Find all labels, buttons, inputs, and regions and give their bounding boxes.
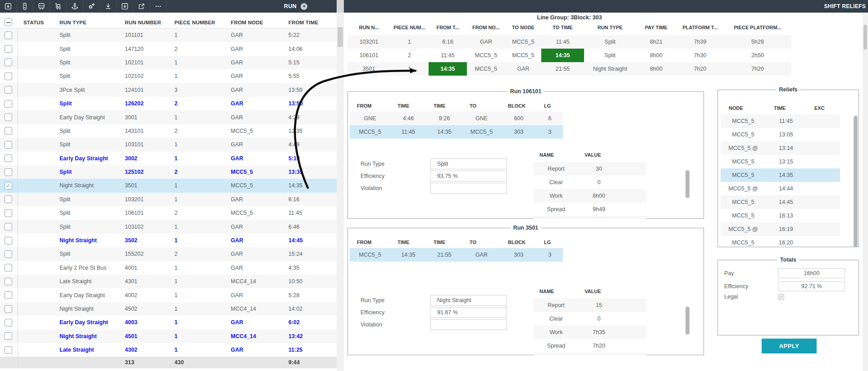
row-checkbox[interactable] bbox=[5, 237, 12, 244]
table-row[interactable]: Late Straight43011MCC4_1410:50 bbox=[0, 275, 337, 288]
row-checkbox[interactable] bbox=[5, 332, 12, 340]
row-checkbox[interactable] bbox=[5, 127, 12, 135]
row-checkbox[interactable] bbox=[5, 346, 12, 354]
row-checkbox[interactable] bbox=[5, 86, 12, 94]
row-checkbox[interactable] bbox=[5, 45, 12, 53]
relief-row[interactable]: MCC5_5 @13:14 bbox=[721, 141, 840, 155]
col-header-piece-number[interactable]: PIECE NUMBER bbox=[169, 20, 225, 25]
relief-row[interactable]: MCC5_513:15 bbox=[721, 155, 840, 168]
table-row[interactable]: Split1021011GAR5:15 bbox=[0, 56, 337, 69]
row-checkbox[interactable] bbox=[5, 182, 12, 190]
row-checkbox[interactable] bbox=[5, 195, 12, 203]
table-row[interactable]: Early Day Straight40031GAR6:02 bbox=[0, 316, 337, 329]
col-header-run-type[interactable]: RUN TYPE bbox=[54, 20, 119, 25]
efficiency-input[interactable] bbox=[430, 171, 507, 181]
table-row[interactable]: 3Pce Split1241013GAR13:59 bbox=[0, 83, 337, 97]
row-checkbox[interactable] bbox=[5, 278, 12, 285]
row-checkbox[interactable] bbox=[5, 223, 12, 231]
row-checkbox[interactable] bbox=[5, 168, 12, 176]
col-header-run-number[interactable]: RUN NUMBER bbox=[119, 20, 169, 25]
cards-icon[interactable] bbox=[17, 0, 33, 13]
table-row[interactable]: Early Day Straight30011GAR4:29 bbox=[0, 110, 337, 124]
reliefs-scrollbar-thumb[interactable] bbox=[854, 116, 858, 247]
relief-row[interactable]: MCC5_5 @16:19 bbox=[721, 222, 840, 236]
line-group-row[interactable]: 106101211:45MCC5_5MCC5_514:35Split8h007h… bbox=[347, 49, 791, 62]
row-checkbox[interactable] bbox=[5, 59, 12, 66]
run-type-input[interactable] bbox=[430, 158, 507, 169]
efficiency-input[interactable] bbox=[430, 307, 507, 318]
lg-col-run-type[interactable]: RUN TYPE bbox=[584, 23, 636, 32]
window-vertical-scrollbar[interactable] bbox=[863, 13, 868, 371]
table-row[interactable]: Split1032011GAR6:16 bbox=[0, 193, 337, 206]
row-checkbox[interactable] bbox=[5, 250, 12, 258]
line-group-row[interactable]: 3501114:35MCC5_5GAR21:55Night Straight8h… bbox=[347, 62, 791, 76]
row-checkbox[interactable] bbox=[5, 100, 12, 108]
col-header-from-time[interactable]: FROM TIME bbox=[283, 20, 337, 25]
add-run-icon[interactable]: + bbox=[301, 3, 307, 10]
violation-input[interactable] bbox=[430, 183, 507, 194]
row-checkbox[interactable] bbox=[5, 113, 12, 121]
efficiency-input[interactable] bbox=[778, 281, 845, 291]
rel-col-time[interactable]: TIME bbox=[766, 103, 806, 113]
table-row[interactable]: Split1031011GAR4:49 bbox=[0, 138, 337, 151]
row-checkbox[interactable] bbox=[5, 141, 12, 149]
window-scrollbar-thumb[interactable] bbox=[863, 25, 867, 50]
table-row[interactable]: Night Straight45021MCC4_1414:02 bbox=[0, 302, 337, 316]
line-group-row[interactable]: 10320116:16GARMCC5_511:45Split8h217h395h… bbox=[347, 35, 791, 49]
table-row[interactable]: Split1031021GAR6:46 bbox=[0, 220, 337, 233]
table-row[interactable]: Split1552022GAR15:24 bbox=[0, 247, 337, 261]
row-checkbox[interactable] bbox=[5, 305, 12, 313]
table-row[interactable]: Split1431012MCC5_512:35 bbox=[0, 124, 337, 138]
open-external-icon[interactable] bbox=[133, 0, 150, 13]
lg-col-to-node[interactable]: TO NODE bbox=[505, 23, 541, 32]
stats-scrollbar-thumb[interactable] bbox=[685, 307, 690, 335]
import-icon[interactable] bbox=[0, 0, 17, 13]
lg-col-platform-time[interactable]: PLATFORM T... bbox=[676, 23, 724, 32]
rel-col-node[interactable]: NODE bbox=[721, 103, 766, 113]
row-checkbox[interactable] bbox=[5, 264, 12, 271]
relief-row[interactable]: MCC5_514:45 bbox=[721, 195, 840, 209]
table-row[interactable]: Early 2 Pce St Bus40011GAR4:35 bbox=[0, 261, 337, 275]
col-header-status[interactable]: STATUS bbox=[18, 20, 54, 25]
bus-icon[interactable] bbox=[33, 0, 50, 13]
row-checkbox[interactable] bbox=[5, 209, 12, 217]
row-checkbox[interactable] bbox=[5, 319, 12, 326]
anchor-icon[interactable] bbox=[67, 0, 83, 13]
trip-row[interactable]: GNE4:469:26GNE6006 bbox=[350, 112, 563, 125]
table-row[interactable]: Night Straight35021GAR14:45 bbox=[0, 234, 337, 247]
legal-checkbox[interactable] bbox=[778, 294, 784, 300]
table-row[interactable]: Split1251022MCC5_513:35 bbox=[0, 165, 337, 179]
table-row[interactable]: Early Day Straight40021GAR5:28 bbox=[0, 288, 337, 302]
download-icon[interactable] bbox=[100, 0, 117, 13]
lg-col-to-time[interactable]: TO TIME bbox=[541, 23, 584, 32]
stats-scrollbar-thumb[interactable] bbox=[685, 170, 690, 198]
table-row[interactable]: Split1011011GAR5:22 bbox=[0, 28, 337, 42]
relief-row[interactable]: MCC5_516:13 bbox=[721, 209, 840, 222]
relief-row[interactable]: MCC5_516:20 bbox=[721, 236, 840, 249]
relief-row[interactable]: MCC5_5 @14:44 bbox=[721, 182, 840, 195]
table-row[interactable]: Late Straight43021GAR11:25 bbox=[0, 343, 337, 357]
row-checkbox[interactable] bbox=[5, 32, 12, 39]
more-icon[interactable] bbox=[150, 0, 167, 13]
table-row[interactable]: Night Straight35011MCC5_514:35 bbox=[0, 179, 337, 192]
lg-col-run-number[interactable]: RUN N... bbox=[347, 23, 390, 32]
trolley-icon[interactable] bbox=[50, 0, 67, 13]
left-scrollbar-thumb[interactable] bbox=[338, 27, 343, 47]
trip-row[interactable]: MCC5_514:3521:55GAR3033 bbox=[350, 248, 563, 262]
table-row[interactable]: Split1471202GAR14:06 bbox=[0, 42, 337, 55]
run-type-input[interactable] bbox=[430, 295, 507, 306]
table-row[interactable]: Split1021021GAR5:55 bbox=[0, 69, 337, 83]
lg-col-piece-number[interactable]: PIECE NUM... bbox=[390, 23, 429, 32]
row-checkbox[interactable] bbox=[5, 72, 12, 80]
lg-col-from-time[interactable]: FROM T... bbox=[429, 23, 467, 32]
relief-row[interactable]: MCC5_513:05 bbox=[721, 128, 840, 141]
left-vertical-scrollbar[interactable] bbox=[337, 13, 344, 371]
row-checkbox[interactable] bbox=[5, 291, 12, 299]
relief-row[interactable]: MCC5_511:45 bbox=[721, 114, 840, 128]
rel-col-exc[interactable]: EXC bbox=[806, 103, 833, 113]
col-header-from-node[interactable]: FROM NODE bbox=[225, 20, 283, 25]
table-row[interactable]: Split1061012MCC5_511:45 bbox=[0, 206, 337, 220]
services-icon[interactable] bbox=[83, 0, 100, 13]
trip-row[interactable]: MCC5_511:4514:35MCC5_53033 bbox=[350, 125, 563, 139]
row-checkbox[interactable] bbox=[5, 154, 12, 162]
